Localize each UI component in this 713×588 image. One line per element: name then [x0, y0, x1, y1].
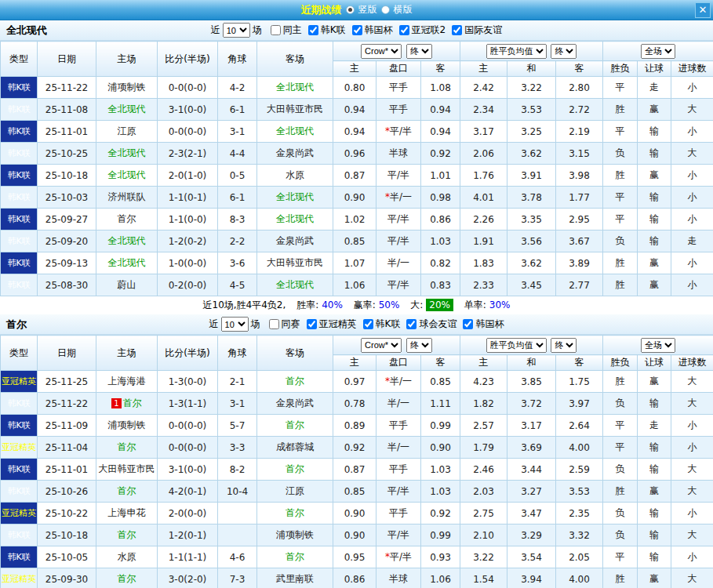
- ah-final-select[interactable]: 终: [406, 338, 432, 353]
- score-cell: 1-1(0-1): [158, 187, 218, 209]
- away-team-name: 江原: [286, 485, 304, 496]
- sub-header-ah-away: 客: [421, 61, 460, 77]
- checkbox-input[interactable]: [308, 25, 318, 35]
- corner-cell: 8-2: [218, 459, 257, 481]
- filter-checkbox[interactable]: 韩K联: [308, 24, 346, 37]
- match-count-select[interactable]: 10: [221, 317, 249, 332]
- goals-result-cell: 大: [671, 393, 713, 415]
- home-team-name: 浦项制铁: [108, 419, 146, 430]
- checkbox-input[interactable]: [352, 25, 362, 35]
- vertical-layout-radio[interactable]: [346, 5, 355, 14]
- filter-checkbox[interactable]: 韩国杯: [463, 318, 504, 331]
- date-cell: 25-09-30: [38, 568, 96, 588]
- euro-avg-select[interactable]: 胜平负均值: [486, 338, 547, 353]
- away-team-cell: 水原: [257, 165, 333, 187]
- big-rate-value: 20%: [426, 299, 453, 311]
- checkbox-input[interactable]: [271, 25, 281, 35]
- ah-odds-group-header: Crow* 终: [333, 42, 460, 61]
- ah-line-cell: *半/一: [377, 187, 421, 209]
- filter-checkbox[interactable]: 韩K联: [363, 318, 401, 331]
- away-team-cell: 首尔: [257, 459, 333, 481]
- eu-away-odds-cell: 2.64: [556, 415, 603, 437]
- corner-cell: 3-1: [218, 393, 257, 415]
- euro-avg-select[interactable]: 胜平负均值: [486, 44, 547, 59]
- league-cell: 韩K联: [1, 481, 38, 503]
- fulltime-select[interactable]: 全场: [641, 338, 675, 353]
- fulltime-select[interactable]: 全场: [641, 44, 675, 59]
- checkbox-input[interactable]: [452, 25, 462, 35]
- corner-cell: 3-1: [218, 121, 257, 143]
- checkbox-input[interactable]: [269, 319, 279, 329]
- goals-result-cell: 小: [671, 121, 713, 143]
- match-row: 韩K联25-11-221首尔1-3(1-1)3-1金泉尚武0.78半/一1.11…: [1, 393, 713, 415]
- eu-away-odds-cell: 2.72: [556, 99, 603, 121]
- eu-draw-odds-cell: 3.25: [507, 121, 556, 143]
- match-count-select[interactable]: 10: [223, 23, 250, 38]
- match-table-seoul: 类型 日期 主场 比分(半场) 角球 客场 Crow* 终 胜平负均值 终 全场: [0, 335, 713, 588]
- stats-summary: 近10场,胜4平4负2, 胜率:40% 赢率:50% 大:20% 单率:30%: [0, 296, 713, 314]
- score-cell: 1-2(0-1): [158, 524, 218, 546]
- eu-away-odds-cell: 2.77: [556, 274, 603, 296]
- big-rate-label: 大:: [410, 299, 423, 310]
- filter-checkbox[interactable]: 亚冠联2: [399, 24, 446, 37]
- goals-result-cell: 小: [671, 274, 713, 296]
- home-team-cell: 全北现代: [96, 143, 158, 165]
- away-team-cell: 首尔: [257, 371, 333, 393]
- live-star: *: [385, 376, 390, 387]
- sub-header-ah-away: 客: [421, 355, 460, 371]
- bookmaker-select[interactable]: Crow*: [361, 338, 402, 353]
- league-cell: 韩K联: [1, 187, 38, 209]
- filter-checkbox[interactable]: 韩国杯: [352, 24, 393, 37]
- checkbox-input[interactable]: [307, 319, 317, 329]
- section-jeonbuk: 全北现代 近 10 场 同主韩K联韩国杯亚冠联2国际友谊 类型 日期 主场 比分…: [0, 20, 713, 314]
- home-team-cell: 上海海港: [96, 371, 158, 393]
- date-cell: 25-09-13: [38, 252, 96, 274]
- eu-away-odds-cell: 4.00: [556, 568, 603, 588]
- match-row: 韩K联25-09-27首尔1-1(0-0)8-3全北现代1.02平/半0.862…: [1, 209, 713, 230]
- corner-cell: 4-5: [218, 274, 257, 296]
- match-row: 亚冠精英25-10-22上海申花2-0(0-0)首尔0.90平手0.922.75…: [1, 503, 713, 524]
- checkbox-input[interactable]: [406, 319, 417, 329]
- away-team-cell: 金泉尚武: [257, 230, 333, 252]
- euro-final-select[interactable]: 终: [551, 44, 577, 59]
- checkbox-input[interactable]: [463, 319, 473, 329]
- horizontal-layout-radio[interactable]: [381, 5, 390, 14]
- table-head: 类型 日期 主场 比分(半场) 角球 客场 Crow* 终 胜平负均值 终 全场: [1, 42, 713, 77]
- filter-checkbox[interactable]: 同主: [271, 24, 302, 37]
- away-team-name: 全北现代: [276, 279, 314, 290]
- home-team-name: 首尔: [118, 573, 136, 584]
- ah-line-cell: 平手: [377, 503, 421, 524]
- filter-checkbox[interactable]: 国际友谊: [452, 24, 502, 37]
- profit-rate-label: 赢率:: [354, 299, 376, 310]
- vertical-layout-label[interactable]: 竖版: [358, 3, 377, 16]
- ah-line-cell: 平/半: [377, 209, 421, 230]
- date-cell: 25-11-01: [38, 121, 96, 143]
- ah-away-odds-cell: 0.83: [421, 274, 460, 296]
- bookmaker-select[interactable]: Crow*: [361, 44, 402, 59]
- filter-checkbox[interactable]: 同赛: [269, 318, 300, 331]
- match-row: 亚冠精英25-11-25上海海港1-3(0-0)2-1首尔0.97*半/一0.8…: [1, 371, 713, 393]
- close-icon[interactable]: ✕: [695, 2, 711, 18]
- eu-away-odds-cell: 4.00: [556, 437, 603, 459]
- ah-final-select[interactable]: 终: [406, 44, 432, 59]
- score-cell: 0-0(0-0): [158, 437, 218, 459]
- goals-result-cell: 大: [671, 371, 713, 393]
- match-row: 韩K联25-10-05水原1-1(1-1)4-6首尔0.95*平/半0.933.…: [1, 546, 713, 568]
- rank-badge: 1: [111, 398, 121, 408]
- home-team-cell: 全北现代: [96, 99, 158, 121]
- horizontal-layout-label[interactable]: 横版: [394, 3, 413, 16]
- ah-line-cell: 平/半: [377, 165, 421, 187]
- ah-away-odds-cell: 0.90: [421, 437, 460, 459]
- euro-final-select[interactable]: 终: [551, 338, 577, 353]
- eu-home-odds-cell: 1.76: [460, 165, 507, 187]
- checkbox-input[interactable]: [399, 25, 409, 35]
- date-cell: 25-10-18: [38, 524, 96, 546]
- checkbox-input[interactable]: [363, 319, 373, 329]
- ah-line-cell: *半/一: [377, 371, 421, 393]
- filter-checkbox[interactable]: 球会友谊: [406, 318, 457, 331]
- league-cell: 韩K联: [1, 459, 38, 481]
- ah-line-cell: 半球: [377, 568, 421, 588]
- eu-home-odds-cell: 1.82: [460, 393, 507, 415]
- handicap-result-cell: 输: [638, 143, 671, 165]
- filter-checkbox[interactable]: 亚冠精英: [307, 318, 357, 331]
